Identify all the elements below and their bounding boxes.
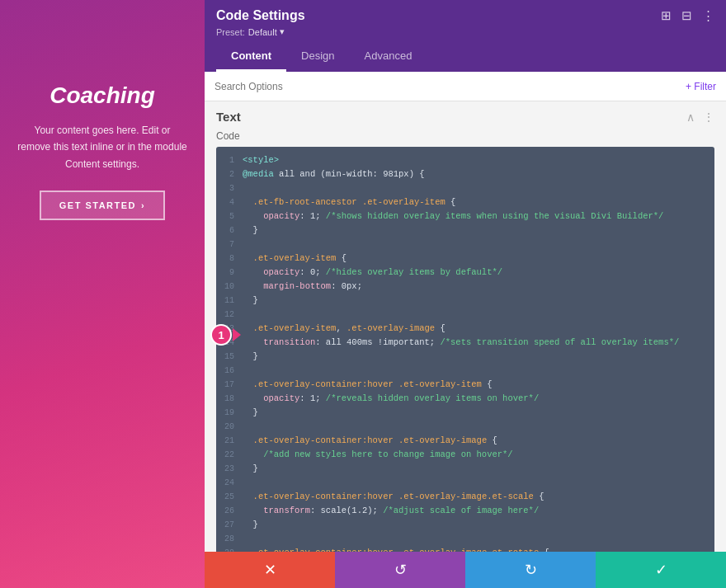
line-number: 11 (216, 294, 243, 308)
line-number: 25 (216, 490, 243, 504)
line-content: .et-overlay-container:hover .et-overlay-… (243, 378, 493, 392)
search-input[interactable] (214, 81, 686, 92)
line-number: 29 (216, 546, 243, 552)
line-number: 4 (216, 195, 243, 209)
header-top-row: Code Settings ⊞ ⊟ ⋮ (216, 8, 714, 23)
get-started-button[interactable]: GET STARTED › (40, 191, 165, 220)
search-bar: + Filter (205, 72, 726, 101)
arrow-icon: › (141, 200, 145, 210)
code-line: 23 } (216, 462, 714, 476)
line-number: 5 (216, 209, 243, 223)
maximize-icon[interactable]: ⊞ (661, 8, 672, 23)
line-number: 7 (216, 238, 243, 252)
cancel-button[interactable]: ✕ (205, 552, 335, 588)
line-content: opacity: 0; /*hides overlay items by def… (243, 266, 502, 280)
line-number: 24 (216, 476, 243, 490)
tab-design[interactable]: Design (286, 42, 349, 72)
code-line: 25 .et-overlay-container:hover .et-overl… (216, 490, 714, 504)
split-icon[interactable]: ⊟ (681, 8, 692, 23)
redo-button[interactable]: ↻ (465, 552, 596, 588)
line-number: 12 (216, 308, 243, 322)
code-line: 1<style> (216, 153, 714, 167)
code-line: 11 } (216, 294, 714, 308)
line-number: 1 (216, 153, 243, 167)
text-section-header: Text ∧ ⋮ (205, 101, 726, 129)
code-line: 22 /*add new styles here to change image… (216, 448, 714, 462)
line-content: opacity: 1; /*shows hidden overlay items… (243, 209, 663, 223)
preset-label: Preset: (216, 27, 245, 37)
line-content: } (243, 462, 258, 476)
code-line: 26 transform: scale(1.2); /*adjust scale… (216, 504, 714, 518)
code-line: 3 (216, 181, 714, 195)
line-number: 2 (216, 167, 243, 181)
code-line: 18 opacity: 1; /*reveals hidden overlay … (216, 392, 714, 406)
redo-icon: ↻ (525, 561, 537, 579)
code-editor[interactable]: 1<style>2@media all and (min-width: 981p… (216, 147, 714, 552)
section-controls: ∧ ⋮ (686, 111, 714, 124)
panel-title: Code Settings (216, 8, 305, 23)
line-number: 8 (216, 252, 243, 266)
code-label: Code (205, 129, 726, 147)
code-line: 5 opacity: 1; /*shows hidden overlay ite… (216, 209, 714, 223)
code-line: 9 opacity: 0; /*hides overlay items by d… (216, 266, 714, 280)
line-content: @media all and (min-width: 981px) { (243, 167, 425, 181)
collapse-icon[interactable]: ∧ (686, 111, 695, 124)
code-line: 20 (216, 420, 714, 434)
left-preview-panel: Coaching Your content goes here. Edit or… (0, 0, 205, 588)
tab-advanced[interactable]: Advanced (350, 42, 427, 72)
header-icon-group: ⊞ ⊟ ⋮ (661, 8, 714, 23)
cancel-icon: ✕ (264, 561, 276, 579)
code-line: 27 } (216, 518, 714, 532)
preset-row: Preset: Default ▾ (216, 26, 714, 37)
line-number: 3 (216, 181, 243, 195)
line-content: .et-overlay-item, .et-overlay-image { (243, 322, 446, 336)
preview-content: Coaching Your content goes here. Edit or… (0, 0, 205, 237)
preview-title: Coaching (50, 82, 155, 109)
step-arrow-icon (233, 328, 241, 341)
line-number: 21 (216, 434, 243, 448)
code-line: 24 (216, 476, 714, 490)
code-line: 4 .et-fb-root-ancestor .et-overlay-item … (216, 195, 714, 209)
code-line: 6 } (216, 223, 714, 238)
section-title: Text (216, 110, 241, 124)
line-content: } (243, 518, 258, 532)
filter-button[interactable]: + Filter (686, 81, 716, 92)
code-line: 2@media all and (min-width: 981px) { (216, 167, 714, 181)
line-content: transition: all 400ms !important; /*sets… (243, 336, 679, 350)
line-content: .et-overlay-container:hover .et-overlay-… (243, 546, 549, 552)
line-number: 17 (216, 378, 243, 392)
line-number: 27 (216, 518, 243, 532)
undo-icon: ↺ (394, 561, 407, 579)
line-number: 22 (216, 448, 243, 462)
code-line: 12 (216, 308, 714, 322)
code-line: 19 } (216, 406, 714, 420)
line-content: } (243, 406, 258, 420)
line-number: 20 (216, 420, 243, 434)
undo-button[interactable]: ↺ (335, 552, 465, 588)
more-options-icon[interactable]: ⋮ (702, 8, 714, 23)
line-content: .et-overlay-container:hover .et-overlay-… (243, 434, 497, 448)
section-menu-icon[interactable]: ⋮ (703, 111, 714, 124)
confirm-icon: ✓ (655, 561, 667, 579)
line-number: 23 (216, 462, 243, 476)
code-line: 10 margin-bottom: 0px; (216, 280, 714, 294)
line-content: opacity: 1; /*reveals hidden overlay ite… (243, 392, 539, 406)
code-line: 15 } (216, 350, 714, 364)
settings-panel: Code Settings ⊞ ⊟ ⋮ Preset: Default ▾ Co… (205, 0, 726, 588)
confirm-button[interactable]: ✓ (596, 552, 726, 588)
line-number: 9 (216, 266, 243, 280)
tabs-row: Content Design Advanced (216, 42, 714, 72)
preset-dropdown[interactable]: Default ▾ (248, 26, 285, 37)
panel-header: Code Settings ⊞ ⊟ ⋮ Preset: Default ▾ Co… (205, 0, 726, 72)
tab-content[interactable]: Content (216, 42, 286, 72)
line-content: } (243, 350, 258, 364)
line-number: 15 (216, 350, 243, 364)
line-number: 10 (216, 280, 243, 294)
line-number: 26 (216, 504, 243, 518)
code-line: 14 transition: all 400ms !important; /*s… (216, 336, 714, 350)
line-content: .et-overlay-container:hover .et-overlay-… (243, 490, 544, 504)
code-line: 17 .et-overlay-container:hover .et-overl… (216, 378, 714, 392)
code-line: 29 .et-overlay-container:hover .et-overl… (216, 546, 714, 552)
code-line: 21 .et-overlay-container:hover .et-overl… (216, 434, 714, 448)
line-number: 19 (216, 406, 243, 420)
